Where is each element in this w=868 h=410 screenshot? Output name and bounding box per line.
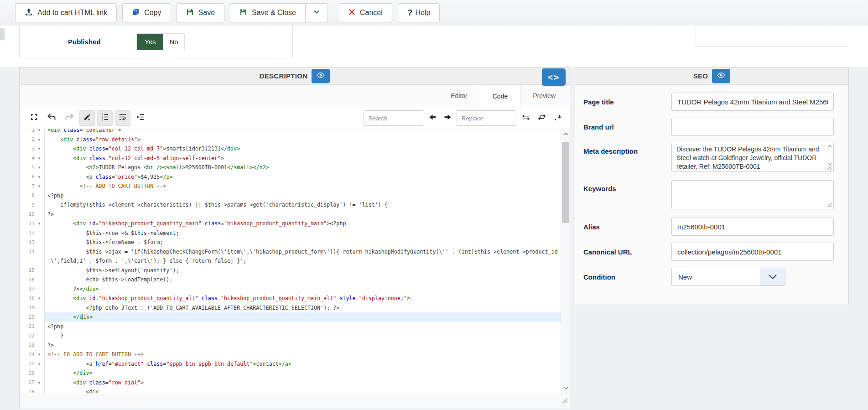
tab-editor[interactable]: Editor xyxy=(438,85,480,107)
regex-toggle-button[interactable]: .* xyxy=(551,110,563,126)
code-text[interactable]: <div class="col-12 col-md-7">smartslider… xyxy=(45,144,561,154)
page-title-input[interactable] xyxy=(671,93,834,111)
fold-arrow-icon[interactable]: ▾ xyxy=(35,172,44,182)
code-line-17: 17 ?></div> xyxy=(20,285,561,294)
svg-text:3: 3 xyxy=(102,118,103,121)
code-text[interactable]: <div xyxy=(45,387,561,393)
code-text[interactable]: </div> xyxy=(45,368,561,378)
code-text[interactable]: $this->row =& $this->element; xyxy=(45,228,561,238)
code-text[interactable]: <div class="row details"> xyxy=(45,135,561,145)
code-text[interactable]: '\',field,1' . $form . ',\'cart\'); } el… xyxy=(45,256,561,266)
canonical-url-input[interactable] xyxy=(671,243,834,261)
code-text[interactable]: <div id="hikashop_product_quantity_main"… xyxy=(45,219,561,228)
code-text[interactable]: <div class="col-12 col-md-5 align-self-c… xyxy=(45,154,561,163)
save-close-button[interactable]: Save & Close xyxy=(230,3,306,22)
find-previous-button[interactable] xyxy=(426,110,438,126)
condition-row: Condition New xyxy=(583,268,834,286)
copy-button[interactable]: Copy xyxy=(122,3,171,22)
published-no-button[interactable]: No xyxy=(163,34,184,50)
search-input[interactable] xyxy=(364,110,423,126)
save-options-dropdown-button[interactable] xyxy=(306,3,328,22)
code-text[interactable]: $this->setLayout('quantity'); xyxy=(45,266,561,275)
code-text[interactable]: <div class="row dial"> xyxy=(45,378,561,388)
published-yes-button[interactable]: Yes xyxy=(137,34,163,50)
line-number: 23 xyxy=(20,342,35,348)
fold-arrow-icon[interactable]: ▾ xyxy=(35,163,44,172)
fold-arrow-icon[interactable]: ▾ xyxy=(35,219,44,228)
alias-input[interactable] xyxy=(671,218,834,236)
indent-button[interactable] xyxy=(133,110,148,126)
ordered-list-icon: 123 xyxy=(101,113,109,123)
code-text[interactable]: </div> xyxy=(45,312,561,322)
repeat-icon xyxy=(538,114,546,123)
edit-mode-button[interactable] xyxy=(79,110,95,126)
fullscreen-button[interactable] xyxy=(26,110,42,126)
code-text[interactable]: } xyxy=(45,331,561,341)
scrollbar-thumb[interactable] xyxy=(562,142,569,223)
scroll-down-button[interactable] xyxy=(561,384,570,393)
tab-code[interactable]: Code xyxy=(480,85,520,107)
cancel-button[interactable]: Cancel xyxy=(339,3,392,22)
code-text[interactable]: ?></div> xyxy=(45,285,561,294)
line-number: 10 xyxy=(20,211,35,217)
code-text[interactable]: <a href="#contact" class="sppb-btn sppb-… xyxy=(45,359,561,369)
tab-preview[interactable]: Preview xyxy=(520,85,568,107)
seo-visibility-button[interactable] xyxy=(712,69,730,83)
code-text[interactable]: <p class="price">$4,925</p> xyxy=(45,172,561,182)
close-icon xyxy=(348,9,355,17)
code-text[interactable]: $this->formName = $form; xyxy=(45,238,561,247)
word-wrap-button[interactable] xyxy=(115,110,130,126)
fold-arrow-icon[interactable]: ▾ xyxy=(35,154,44,163)
condition-select[interactable]: New xyxy=(671,268,785,286)
replace-input[interactable] xyxy=(457,110,516,126)
fold-arrow-icon[interactable]: ▾ xyxy=(35,350,44,359)
line-numbers-button[interactable]: 123 xyxy=(97,110,113,126)
code-text[interactable]: <div id="hikashop_product_quantity_alt" … xyxy=(45,294,561,303)
save-button[interactable]: Save xyxy=(177,3,224,22)
undo-icon xyxy=(47,114,56,123)
code-text[interactable]: <!-- EO ADD TO CART BUTTON --> xyxy=(45,350,561,359)
code-editor[interactable]: 1▾<div class="container">2▾ <div class="… xyxy=(20,129,570,393)
arrow-right-icon xyxy=(444,114,452,122)
scroll-up-button[interactable] xyxy=(561,129,570,138)
code-view-toggle-button[interactable]: <> xyxy=(542,68,566,86)
replace-button[interactable] xyxy=(520,110,532,126)
brand-url-label: Brand url xyxy=(583,123,671,131)
fold-arrow-icon[interactable]: ▾ xyxy=(35,359,44,369)
code-text[interactable]: <h2>TUDOR Pelagos <br /><small>M25600TB-… xyxy=(45,163,561,172)
description-visibility-button[interactable] xyxy=(312,69,330,83)
code-text[interactable]: ?> xyxy=(45,210,561,219)
fold-arrow-icon[interactable]: ▾ xyxy=(35,294,44,303)
code-text[interactable]: <div class="container"> xyxy=(45,129,561,135)
redo-button[interactable] xyxy=(62,110,77,126)
code-text[interactable]: <!-- ADD TO CART BUTTON --> xyxy=(45,182,561,191)
help-button[interactable]: ? Help xyxy=(398,3,440,22)
keywords-textarea[interactable] xyxy=(671,180,834,209)
brand-url-input[interactable] xyxy=(671,118,834,136)
resize-grip-icon[interactable] xyxy=(561,397,567,403)
code-text[interactable]: if(empty($this->element->characteristics… xyxy=(45,200,561,210)
find-next-button[interactable] xyxy=(442,110,453,126)
fold-arrow-icon[interactable]: ▾ xyxy=(35,135,44,145)
undo-button[interactable] xyxy=(44,110,59,126)
line-number: 17 xyxy=(20,286,35,292)
replace-all-button[interactable] xyxy=(535,110,548,126)
code-text[interactable]: <?php echo JText::_('ADD_TO_CART_AVAILAB… xyxy=(45,303,561,313)
meta-description-label: Meta description xyxy=(583,147,671,155)
code-text[interactable]: <?php xyxy=(45,191,561,201)
code-text[interactable]: <?php xyxy=(45,322,561,332)
meta-description-textarea[interactable]: Discover the TUDOR Pelagos 42mm Titanium… xyxy=(671,143,834,172)
line-number: 18 xyxy=(20,296,35,301)
fold-arrow-icon[interactable]: ▾ xyxy=(35,182,44,191)
code-text[interactable]: $this->ajax = 'if(hikashopCheckChangeFor… xyxy=(45,247,561,257)
code-text[interactable]: ?> xyxy=(45,341,561,350)
line-number: 20 xyxy=(20,314,35,320)
code-line-4: 4▾ <div class="col-12 col-md-5 align-sel… xyxy=(20,154,561,163)
fold-arrow-icon[interactable]: ▾ xyxy=(35,144,44,154)
line-number: 27 xyxy=(20,379,35,385)
fold-arrow-icon[interactable]: ▾ xyxy=(35,378,44,388)
fold-arrow-icon[interactable]: ▾ xyxy=(35,129,44,135)
scroll-up-icon[interactable] xyxy=(827,145,832,147)
code-text[interactable]: echo $this->loadTemplate(); xyxy=(45,275,561,285)
add-to-cart-html-link-button[interactable]: Add to cart HTML link xyxy=(15,3,117,22)
